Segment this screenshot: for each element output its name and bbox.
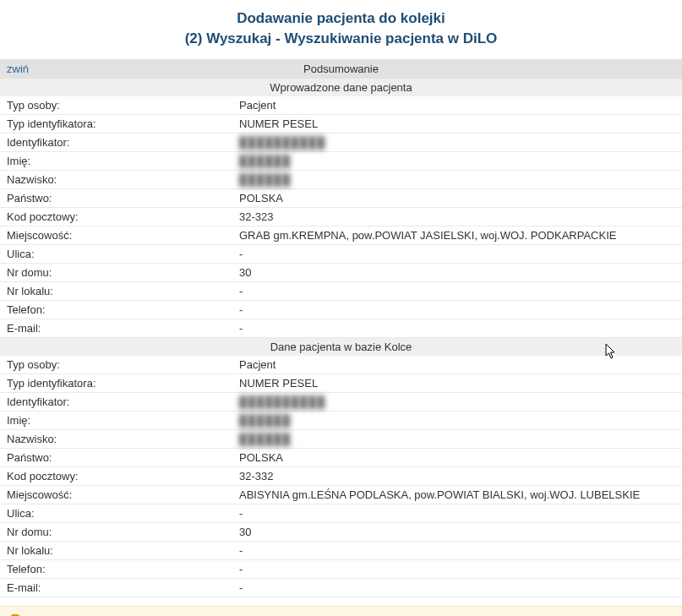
collapse-link[interactable]: zwiń (7, 63, 29, 75)
table-row: Miejscowość:GRAB gm.KREMPNA, pow.POWIAT … (0, 226, 682, 244)
label-typ-osoby: Typ osoby: (0, 96, 232, 115)
value-typ-ident: NUMER PESEL (232, 373, 682, 392)
table-row: E-mail:- (0, 319, 682, 337)
label-kod: Kod pocztowy: (0, 466, 232, 485)
kolce-data-header: Dane pacjenta w bazie Kolce (0, 338, 682, 356)
value-telefon: - (232, 559, 682, 578)
kolce-data-table: Typ osoby:Pacjent Typ identyfikatora:NUM… (0, 356, 682, 597)
value-kod: 32-323 (232, 207, 682, 226)
label-panstwo: Państwo: (0, 448, 232, 466)
label-typ-osoby: Typ osoby: (0, 356, 232, 374)
table-row: Kod pocztowy:32-332 (0, 466, 682, 485)
label-miejscowosc: Miejscowość: (0, 226, 232, 244)
label-typ-ident: Typ identyfikatora: (0, 114, 232, 133)
value-nazwisko: ██████ (239, 433, 291, 445)
table-row: Typ osoby:Pacjent (0, 96, 682, 115)
label-nazwisko: Nazwisko: (0, 170, 232, 188)
value-nr-domu: 30 (232, 522, 682, 541)
value-ident: ██████████ (239, 395, 325, 408)
value-ulica: - (232, 244, 682, 263)
table-row: Telefon:- (0, 559, 682, 578)
entered-data-table: Typ osoby:Pacjent Typ identyfikatora:NUM… (0, 96, 682, 338)
value-typ-ident: NUMER PESEL (232, 114, 682, 133)
value-kod: 32-332 (232, 466, 682, 485)
label-telefon: Telefon: (0, 300, 232, 319)
page-title-block: Dodawanie pacjenta do kolejki (2) Wyszuk… (0, 0, 682, 59)
table-row: Identyfikator:██████████ (0, 133, 682, 151)
label-nr-domu: Nr domu: (0, 522, 232, 541)
label-email: E-mail: (0, 319, 232, 337)
table-row: Typ osoby:Pacjent (0, 356, 682, 374)
value-telefon: - (232, 300, 682, 319)
table-row: Nr domu:30 (0, 522, 682, 541)
label-imie: Imię: (0, 411, 232, 429)
summary-header-label: Podsumowanie (303, 63, 379, 75)
value-panstwo: POLSKA (232, 188, 682, 207)
table-row: Państwo:POLSKA (0, 448, 682, 466)
value-typ-osoby: Pacjent (232, 96, 682, 115)
table-row: Nr domu:30 (0, 263, 682, 281)
label-telefon: Telefon: (0, 559, 232, 578)
entered-data-header: Wprowadzone dane pacjenta (0, 79, 682, 96)
page-title-line1: Dodawanie pacjenta do kolejki (0, 8, 682, 29)
table-row: Państwo:POLSKA (0, 188, 682, 207)
value-ulica: - (232, 504, 682, 522)
label-ulica: Ulica: (0, 504, 232, 522)
label-ident: Identyfikator: (0, 392, 232, 411)
table-row: Nazwisko:██████ (0, 429, 682, 448)
table-row: Nr lokalu:- (0, 541, 682, 559)
value-ident: ██████████ (239, 136, 325, 149)
table-row: Typ identyfikatora:NUMER PESEL (0, 114, 682, 133)
label-kod: Kod pocztowy: (0, 207, 232, 226)
page-title-line2: (2) Wyszukaj - Wyszukiwanie pacjenta w D… (0, 29, 682, 49)
value-nazwisko: ██████ (239, 173, 291, 186)
value-miejscowosc: GRAB gm.KREMPNA, pow.POWIAT JASIELSKI, w… (232, 226, 682, 244)
value-imie: ██████ (239, 414, 291, 427)
table-row: Miejscowość:ABISYNIA gm.LEŚNA PODLASKA, … (0, 485, 682, 504)
label-nr-lokalu: Nr lokalu: (0, 281, 232, 300)
table-row: Telefon:- (0, 300, 682, 319)
table-row: Identyfikator:██████████ (0, 392, 682, 411)
value-panstwo: POLSKA (232, 448, 682, 466)
table-row: Ulica:- (0, 244, 682, 263)
value-nr-lokalu: - (232, 541, 682, 559)
table-row: Imię:██████ (0, 151, 682, 170)
label-email: E-mail: (0, 578, 232, 597)
label-panstwo: Państwo: (0, 188, 232, 207)
table-row: Imię:██████ (0, 411, 682, 429)
label-typ-ident: Typ identyfikatora: (0, 373, 232, 392)
summary-header: zwiń Podsumowanie (0, 59, 682, 79)
value-imie: ██████ (239, 155, 291, 167)
table-row: Nr lokalu:- (0, 281, 682, 300)
table-row: E-mail:- (0, 578, 682, 597)
value-typ-osoby: Pacjent (232, 356, 682, 374)
value-miejscowosc: ABISYNIA gm.LEŚNA PODLASKA, pow.POWIAT B… (232, 485, 682, 504)
label-imie: Imię: (0, 151, 232, 170)
label-nr-lokalu: Nr lokalu: (0, 541, 232, 559)
table-row: Nazwisko:██████ (0, 170, 682, 188)
label-nazwisko: Nazwisko: (0, 429, 232, 448)
alert-bar: ! UWAGA:Pacjent o takim identyfikatorze … (0, 606, 682, 616)
value-nr-domu: 30 (232, 263, 682, 281)
table-row: Typ identyfikatora:NUMER PESEL (0, 373, 682, 392)
value-email: - (232, 578, 682, 597)
table-row: Kod pocztowy:32-323 (0, 207, 682, 226)
table-row: Ulica:- (0, 504, 682, 522)
value-nr-lokalu: - (232, 281, 682, 300)
value-email: - (232, 319, 682, 337)
label-nr-domu: Nr domu: (0, 263, 232, 281)
label-miejscowosc: Miejscowość: (0, 485, 232, 504)
label-ulica: Ulica: (0, 244, 232, 263)
label-ident: Identyfikator: (0, 133, 232, 151)
